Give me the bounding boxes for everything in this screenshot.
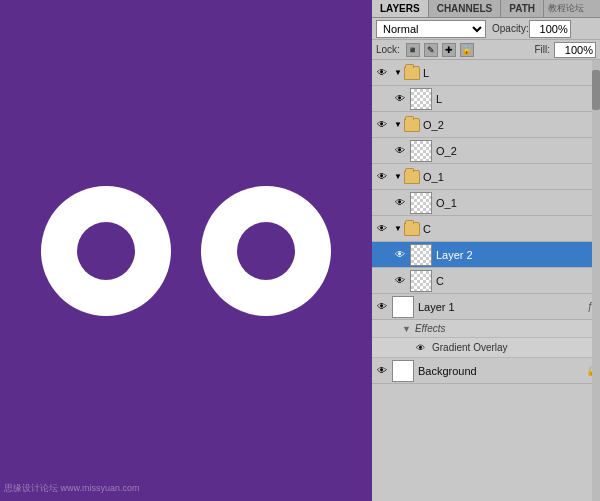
lock-position-btn[interactable]: ✚ [442, 43, 456, 57]
effects-header: ▼ Effects [372, 320, 600, 338]
eye-btn-Layer2[interactable]: 👁 [392, 247, 408, 263]
layer-name-O2-folder: O_2 [423, 119, 598, 131]
fill-label: Fill: [534, 44, 550, 55]
thumb-Layer1 [392, 296, 414, 318]
layer-item-O2-folder[interactable]: 👁 ▼ O_2 [372, 112, 600, 138]
layers-panel: LAYERS CHANNELS PATH 教程论坛 Normal Dissolv… [372, 0, 600, 501]
watermark: 思缘设计论坛 www.missyuan.com [4, 482, 140, 495]
layer-name-O1-folder: O_1 [423, 171, 598, 183]
eye-btn-L-folder[interactable]: 👁 [374, 65, 390, 81]
layer-name-C-child: C [436, 275, 598, 287]
thumb-Layer2 [410, 244, 432, 266]
thumb-O2-child [410, 140, 432, 162]
left-eye-pupil [77, 222, 135, 280]
effect-item-gradient-overlay[interactable]: 👁 Gradient Overlay [372, 338, 600, 358]
eye-btn-C-folder[interactable]: 👁 [374, 221, 390, 237]
layer-item-Layer2[interactable]: 👁 Layer 2 [372, 242, 600, 268]
eye-btn-Layer1[interactable]: 👁 [374, 299, 390, 315]
eye-btn-O2-folder[interactable]: 👁 [374, 117, 390, 133]
lock-label: Lock: [376, 44, 400, 55]
thumb-L-child [410, 88, 432, 110]
layer-item-O2-child[interactable]: 👁 O_2 [372, 138, 600, 164]
layer-item-L-child[interactable]: 👁 L [372, 86, 600, 112]
effects-label: Effects [415, 323, 446, 334]
effect-name-gradient-overlay: Gradient Overlay [432, 342, 508, 353]
layer-item-C-child[interactable]: 👁 C [372, 268, 600, 294]
lock-image-btn[interactable]: ✎ [424, 43, 438, 57]
layer-name-background: Background [418, 365, 584, 377]
opacity-input[interactable] [529, 20, 571, 38]
layer-item-background[interactable]: 👁 Background 🔒 [372, 358, 600, 384]
blend-mode-row: Normal Dissolve Multiply Opacity: [372, 18, 600, 40]
lock-transparent-btn[interactable]: ◾ [406, 43, 420, 57]
left-eye [41, 186, 171, 316]
layer-item-L-folder[interactable]: 👁 ▼ L [372, 60, 600, 86]
folder-icon-L [404, 66, 420, 80]
eye-btn-O2-child[interactable]: 👁 [392, 143, 408, 159]
thumb-background [392, 360, 414, 382]
eye-btn-C-child[interactable]: 👁 [392, 273, 408, 289]
layer-item-O1-folder[interactable]: 👁 ▼ O_1 [372, 164, 600, 190]
eye-btn-background[interactable]: 👁 [374, 363, 390, 379]
folder-icon-O1 [404, 170, 420, 184]
opacity-label: Opacity: [492, 23, 529, 34]
panel-tabs: LAYERS CHANNELS PATH 教程论坛 [372, 0, 600, 18]
tab-extra: 教程论坛 [544, 0, 588, 17]
expand-btn-C-folder[interactable]: ▼ [392, 223, 404, 235]
scrollbar-thumb[interactable] [592, 70, 600, 110]
lock-row: Lock: ◾ ✎ ✚ 🔒 Fill: [372, 40, 600, 60]
expand-btn-O2-folder[interactable]: ▼ [392, 119, 404, 131]
tab-paths[interactable]: PATH [501, 0, 544, 17]
layer-name-C-folder: C [423, 223, 598, 235]
layer-item-Layer1[interactable]: 👁 Layer 1 ƒx [372, 294, 600, 320]
eye-btn-O1-folder[interactable]: 👁 [374, 169, 390, 185]
tab-layers[interactable]: LAYERS [372, 0, 429, 17]
layer-item-O1-child[interactable]: 👁 O_1 [372, 190, 600, 216]
layer-name-O1-child: O_1 [436, 197, 598, 209]
canvas: 思缘设计论坛 www.missyuan.com [0, 0, 372, 501]
layer-item-C-folder[interactable]: 👁 ▼ C [372, 216, 600, 242]
eye-btn-L-child[interactable]: 👁 [392, 91, 408, 107]
layer-name-Layer1: Layer 1 [418, 301, 585, 313]
blend-mode-select[interactable]: Normal Dissolve Multiply [376, 20, 486, 38]
folder-icon-C [404, 222, 420, 236]
thumb-O1-child [410, 192, 432, 214]
layer-name-L-folder: L [423, 67, 598, 79]
layers-list: 👁 ▼ L 👁 L 👁 ▼ O_2 👁 O_2 👁 ▼ [372, 60, 600, 501]
layer-name-L-child: L [436, 93, 598, 105]
layers-scrollbar[interactable] [592, 60, 600, 501]
lock-all-btn[interactable]: 🔒 [460, 43, 474, 57]
expand-btn-O1-folder[interactable]: ▼ [392, 171, 404, 183]
right-eye [201, 186, 331, 316]
layer-name-O2-child: O_2 [436, 145, 598, 157]
tab-channels[interactable]: CHANNELS [429, 0, 502, 17]
thumb-C-child [410, 270, 432, 292]
eye-btn-O1-child[interactable]: 👁 [392, 195, 408, 211]
folder-icon-O2 [404, 118, 420, 132]
fill-input[interactable] [554, 42, 596, 58]
layer-name-Layer2: Layer 2 [436, 249, 598, 261]
expand-btn-L-folder[interactable]: ▼ [392, 67, 404, 79]
eye-btn-gradient-overlay[interactable]: 👁 [412, 340, 428, 356]
right-eye-pupil [237, 222, 295, 280]
